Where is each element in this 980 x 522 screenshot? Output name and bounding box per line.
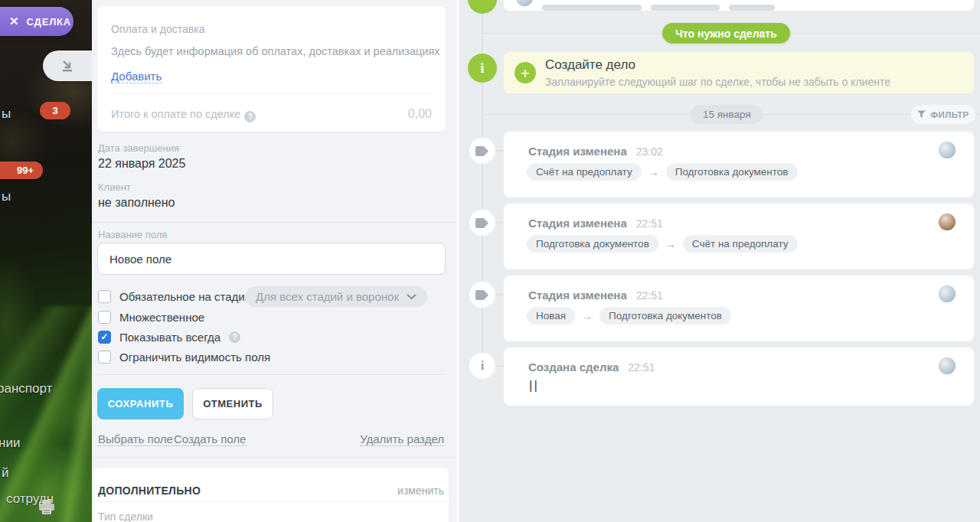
info-icon: i	[468, 54, 497, 83]
date-divider-badge: 15 января	[691, 105, 763, 124]
tag-icon	[475, 218, 489, 228]
client-value[interactable]: не заполнено	[98, 196, 175, 210]
activity-feed: Что нужно сделать i + Создайте дело Запл…	[459, 0, 980, 522]
checkbox-row-required: Обязательное на стадии:	[98, 289, 254, 304]
avatar	[516, 0, 533, 6]
required-checkbox-label: Обязательное на стадии:	[119, 290, 254, 303]
delete-section-link[interactable]: Удалить раздел	[360, 432, 444, 446]
sidebar-item-fragment[interactable]: ы	[2, 106, 11, 122]
close-icon[interactable]: ✕	[9, 15, 19, 28]
arrow-right-icon: →	[582, 310, 593, 322]
create-task-subtitle: Запланируйте следующий шаг по сделке, чт…	[545, 76, 890, 88]
add-payment-link[interactable]: Добавить	[111, 70, 162, 83]
deal-close-button[interactable]: ✕ СДЕЛКА	[0, 7, 74, 36]
sidebar-item-fragment[interactable]: ранспорт	[0, 381, 52, 396]
deal-type-label: Тип сделки	[98, 511, 153, 522]
stage-change-icon	[469, 138, 495, 164]
divider	[111, 93, 432, 94]
cancel-button[interactable]: ОТМЕНИТЬ	[192, 388, 273, 419]
event-time: 22:51	[636, 289, 663, 302]
event-title: Создана сделка	[528, 361, 619, 374]
stage-dropdown[interactable]: Для всех стадий и воронок	[245, 286, 427, 307]
event-title: Стадия изменена	[528, 289, 627, 302]
stage-from[interactable]: Счёт на предоплату	[527, 163, 642, 181]
timeline-connector	[495, 150, 504, 152]
feed-item-stage-change: Стадия изменена23:02 Счёт на предоплату …	[504, 132, 974, 197]
create-field-link[interactable]: Создать поле	[174, 432, 246, 446]
save-button[interactable]: СОХРАНИТЬ	[97, 388, 184, 419]
create-task-title: Создайте дело	[545, 57, 635, 73]
filter-button[interactable]: ФИЛЬТР	[911, 105, 975, 124]
stage-from[interactable]: Новая	[527, 307, 575, 325]
divider	[92, 457, 456, 458]
payment-card: Оплата и доставка Здесь будет информация…	[97, 6, 446, 132]
stage-change-icon	[469, 282, 495, 308]
feed-item-partial	[504, 0, 974, 11]
sidebar-item-fragment[interactable]: й	[2, 465, 9, 481]
sidebar-item-fragment[interactable]: нии	[0, 436, 20, 451]
required-checkbox[interactable]	[98, 290, 111, 303]
deal-settings-panel: Оплата и доставка Здесь будет информация…	[92, 0, 459, 522]
checkbox-row-restrict: Ограничить видимость поля	[98, 349, 270, 364]
sidebar-item-fragment[interactable]: ы	[2, 189, 11, 204]
avatar	[939, 214, 956, 230]
sidebar: ы 3 99+ ы ранспорт нии й сотрудн ✕ СДЕЛК…	[0, 0, 92, 522]
help-icon[interactable]: ?	[244, 111, 256, 122]
printer-icon[interactable]	[38, 500, 55, 515]
stage-to[interactable]: Подготовка документов	[599, 307, 731, 325]
show-always-checkbox-label: Показывать всегда	[119, 331, 220, 344]
avatar	[939, 142, 956, 158]
checkbox-row-show-always: ✓ Показывать всегда ?	[98, 329, 240, 344]
restrict-visibility-checkbox[interactable]	[98, 351, 111, 364]
avatar	[939, 357, 956, 374]
avatar	[939, 285, 956, 302]
tag-icon	[475, 146, 489, 156]
select-field-link[interactable]: Выбрать поле	[98, 432, 173, 446]
divider	[92, 222, 456, 223]
show-always-checkbox[interactable]: ✓	[98, 331, 111, 344]
payment-card-title: Оплата и доставка	[111, 23, 204, 35]
check-icon: ✓	[100, 331, 108, 342]
feed-item-deal-created: Создана сделка22:51 ||	[504, 347, 974, 406]
arrow-right-icon: →	[665, 238, 676, 250]
stage-change-icon	[469, 210, 495, 236]
field-name-label: Название поля	[98, 229, 167, 240]
add-task-icon[interactable]: +	[514, 62, 536, 83]
additional-section-title: ДОПОЛНИТЕЛЬНО	[98, 484, 201, 497]
timeline-connector	[495, 222, 504, 223]
event-title: Стадия изменена	[528, 217, 627, 230]
filter-icon	[917, 110, 926, 119]
field-name-input[interactable]	[97, 243, 446, 275]
todo-divider-badge: Что нужно сделать	[662, 23, 790, 44]
timeline-event-icon	[468, 0, 497, 14]
multiple-checkbox[interactable]	[98, 311, 111, 324]
close-date-value[interactable]: 22 января 2025	[98, 157, 185, 171]
stage-to[interactable]: Счёт на предоплату	[683, 235, 798, 253]
stage-from[interactable]: Подготовка документов	[527, 235, 658, 253]
stage-dropdown-value: Для всех стадий и воронок	[256, 290, 399, 303]
divider	[93, 501, 449, 502]
deal-button-label: СДЕЛКА	[27, 16, 71, 28]
edit-link[interactable]: изменить	[397, 484, 444, 497]
event-time: 23:02	[636, 145, 663, 158]
notification-badge: 3	[40, 102, 70, 119]
deal-created-icon: i	[469, 353, 495, 379]
checkbox-row-multiple: Множественное	[98, 309, 204, 325]
chevron-down-icon	[407, 294, 416, 300]
payment-card-description: Здесь будет информация об оплатах, доста…	[111, 45, 440, 57]
truncated-text	[542, 5, 642, 11]
feed-item-stage-change: Стадия изменена22:51 Новая → Подготовка …	[504, 276, 974, 341]
collapse-panel-button[interactable]	[43, 51, 92, 81]
total-label: Итого к оплате по сделке?	[111, 108, 256, 122]
stage-to[interactable]: Подготовка документов	[666, 163, 798, 181]
additional-section-card: ДОПОЛНИТЕЛЬНО изменить Тип сделки	[93, 468, 449, 522]
help-icon[interactable]: ?	[229, 331, 240, 343]
timeline-connector	[495, 365, 504, 367]
filter-button-label: ФИЛЬТР	[930, 110, 969, 119]
deal-name[interactable]: ||	[529, 378, 539, 393]
event-time: 22:51	[628, 361, 655, 374]
notification-badge: 99+	[0, 161, 43, 179]
event-title: Стадия изменена	[528, 145, 627, 158]
create-task-banner[interactable]: + Создайте дело Запланируйте следующий ш…	[504, 52, 974, 93]
background-photo	[0, 306, 92, 522]
